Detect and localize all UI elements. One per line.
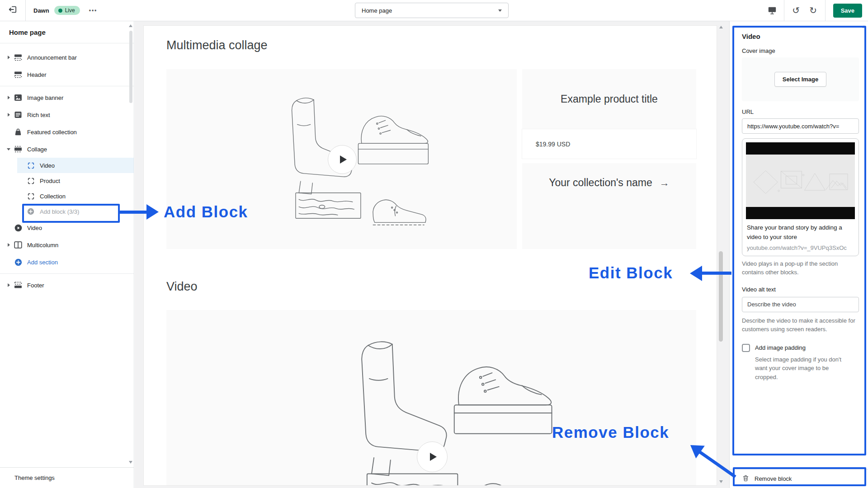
- sidebar-item-product-block[interactable]: Product: [0, 173, 134, 188]
- chevron-right-icon[interactable]: [5, 56, 12, 59]
- video-url-input[interactable]: [742, 118, 859, 134]
- play-button[interactable]: [417, 441, 448, 472]
- video-alt-input[interactable]: [742, 297, 859, 312]
- sidebar-item-video-section[interactable]: Video: [0, 219, 134, 236]
- video-card-caption: Share your brand story by adding a video…: [747, 223, 854, 242]
- scrollbar-thumb[interactable]: [719, 251, 723, 342]
- desktop-preview-button[interactable]: [764, 6, 781, 15]
- sidebar-item-add-block[interactable]: Add block (3/3): [0, 204, 134, 219]
- panel-content: Video Cover image Select Image URL: [742, 21, 859, 469]
- chevron-right-icon[interactable]: [5, 113, 12, 117]
- video-section-heading: Video: [166, 280, 198, 294]
- collage-icon: [14, 145, 23, 153]
- undo-button[interactable]: ↺: [788, 6, 805, 15]
- thumbnail-sketch: [746, 156, 855, 205]
- more-options-icon[interactable]: •••: [89, 7, 98, 14]
- cover-image-label: Cover image: [742, 47, 859, 54]
- sidebar-item-label: Collage: [27, 146, 47, 153]
- sidebar-section-list: Announcement bar Header Image banner Ric…: [0, 43, 134, 294]
- video-suggestion-card[interactable]: Share your brand story by adding a video…: [742, 138, 859, 256]
- play-button[interactable]: [328, 145, 357, 174]
- collection-card[interactable]: Your collection's name →: [522, 163, 696, 249]
- sidebar-item-label: Rich text: [27, 112, 50, 118]
- chevron-right-icon[interactable]: [5, 96, 12, 99]
- top-bar: Dawn Live ••• Home page ↺ ↻ Save: [0, 0, 868, 21]
- theme-name: Dawn: [33, 7, 49, 14]
- page-selector-dropdown[interactable]: Home page: [355, 3, 509, 18]
- scroll-down-icon[interactable]: [719, 480, 723, 483]
- page-selector-value: Home page: [362, 7, 392, 14]
- topbar-right-group: ↺ ↻ Save: [764, 0, 868, 21]
- live-badge-label: Live: [65, 7, 75, 14]
- sidebar-item-label: Image banner: [27, 94, 63, 101]
- sidebar-item-announcement-bar[interactable]: Announcement bar: [0, 49, 134, 66]
- monitor-icon: [770, 12, 773, 14]
- block-brackets-icon: [26, 162, 35, 169]
- sidebar-item-multicolumn[interactable]: Multicolumn: [0, 236, 134, 253]
- scrollbar-thumb[interactable]: [129, 31, 132, 103]
- exit-editor-button[interactable]: [0, 0, 26, 21]
- rich-text-icon: [14, 111, 23, 118]
- sidebar-item-add-section[interactable]: Add section: [0, 253, 134, 271]
- exit-icon: [8, 5, 18, 16]
- block-brackets-icon: [26, 193, 35, 200]
- scroll-up-icon[interactable]: [719, 26, 723, 28]
- topbar-left-group: Dawn Live •••: [0, 0, 97, 21]
- product-card[interactable]: Example product title: [522, 69, 696, 129]
- url-label: URL: [742, 108, 859, 115]
- video-section-tile[interactable]: [166, 310, 696, 485]
- sidebar-item-featured-collection[interactable]: Featured collection: [0, 123, 134, 141]
- remove-block-button[interactable]: Remove block: [730, 469, 868, 488]
- scroll-down-icon[interactable]: [129, 461, 132, 464]
- sidebar-scrollbar[interactable]: [128, 21, 134, 467]
- padding-help-text: Select image padding if you don't want y…: [755, 355, 848, 382]
- divider: [0, 273, 134, 274]
- redo-button[interactable]: ↻: [805, 6, 822, 15]
- footer-icon: [14, 282, 23, 289]
- save-button[interactable]: Save: [833, 4, 862, 18]
- chevron-right-icon[interactable]: [5, 243, 12, 247]
- sidebar-item-collage[interactable]: Collage: [0, 141, 134, 158]
- sidebar-item-label: Multicolumn: [27, 242, 58, 249]
- theme-settings-button[interactable]: Theme settings: [0, 467, 134, 488]
- sidebar-item-video-block[interactable]: Video: [0, 158, 134, 173]
- undo-icon: ↺: [792, 6, 800, 15]
- collage-video-tile[interactable]: [166, 69, 517, 249]
- scroll-up-icon[interactable]: [129, 24, 132, 27]
- preview-scrollbar[interactable]: [717, 22, 724, 487]
- checkbox-unchecked[interactable]: [742, 344, 750, 352]
- collection-link[interactable]: Your collection's name →: [522, 177, 696, 189]
- collage-section-heading: Multimedia collage: [166, 38, 268, 52]
- product-price: $19.99 USD: [536, 141, 570, 148]
- add-circle-blue-icon: [14, 258, 23, 266]
- sidebar-item-label: Collection: [40, 193, 66, 200]
- select-image-button[interactable]: Select Image: [774, 72, 827, 87]
- chevron-down-icon: [498, 9, 502, 12]
- sidebar-item-footer[interactable]: Footer: [0, 277, 134, 294]
- chevron-down-icon[interactable]: [5, 148, 12, 150]
- scroll-up-icon[interactable]: [862, 25, 866, 28]
- cover-image-dropzone[interactable]: Select Image: [742, 57, 859, 101]
- block-brackets-icon: [26, 178, 35, 184]
- video-alt-label: Video alt text: [742, 286, 859, 293]
- sidebar-item-rich-text[interactable]: Rich text: [0, 106, 134, 123]
- product-title: Example product title: [561, 93, 658, 105]
- sidebar-item-label: Footer: [27, 282, 44, 289]
- sidebar-item-label: Header: [27, 71, 47, 78]
- product-price-row: $19.99 USD: [522, 129, 696, 159]
- letterbox-bar: [746, 207, 855, 219]
- chevron-right-icon[interactable]: [5, 283, 12, 287]
- sidebar-item-collection-block[interactable]: Collection: [0, 188, 134, 204]
- sidebar-item-label: Video: [27, 225, 42, 231]
- sidebar-item-image-banner[interactable]: Image banner: [0, 89, 134, 106]
- letterbox-bar: [746, 142, 855, 155]
- sidebar-item-header[interactable]: Header: [0, 66, 134, 83]
- featured-collection-icon: [14, 128, 23, 136]
- arrow-right-icon: →: [660, 177, 670, 189]
- video-card-url: youtube.com/watch?v=_9VUPq3SxOc: [747, 244, 854, 251]
- image-banner-icon: [14, 94, 23, 101]
- header-icon: [14, 71, 23, 78]
- add-image-padding-row[interactable]: Add image padding: [742, 344, 859, 352]
- add-circle-icon: [26, 208, 35, 215]
- redo-icon: ↻: [809, 6, 817, 15]
